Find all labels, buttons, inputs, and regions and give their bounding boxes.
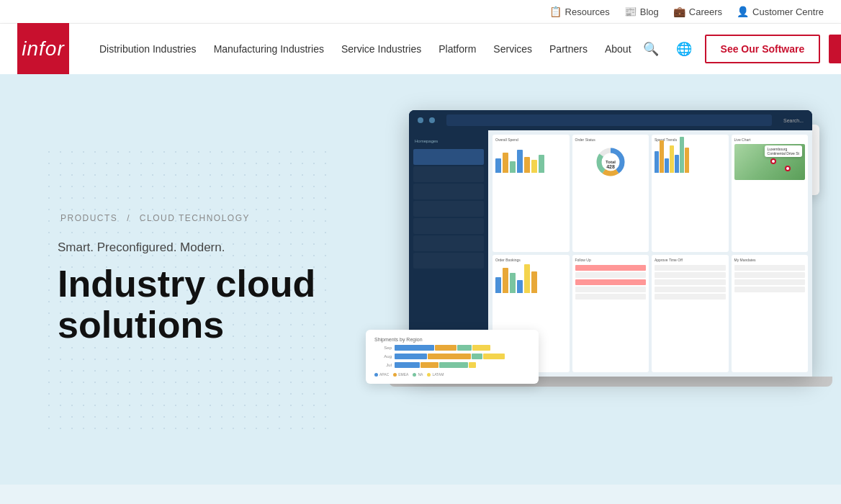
nav-about[interactable]: About — [598, 37, 639, 60]
hero-tagline: Smart. Preconfigured. Modern. — [58, 240, 315, 255]
hero-content: PRODUCTS / CLOUD TECHNOLOGY Smart. Preco… — [0, 170, 359, 389]
dash-sidebar-item-1 — [413, 149, 484, 165]
nav-platform[interactable]: Platform — [431, 37, 483, 60]
floating-bars-title: Shipments by Region — [374, 337, 530, 342]
ob-bar-1 — [495, 277, 501, 293]
map-dot-2 — [785, 166, 791, 171]
hero-section: PRODUCTS / CLOUD TECHNOLOGY Smart. Preco… — [0, 74, 841, 485]
trend-bar-7 — [685, 148, 689, 173]
search-icon: 🔍 — [643, 42, 659, 56]
approve-time-title: Approve Time Off — [655, 258, 726, 262]
trend-bar-3 — [665, 158, 669, 173]
follow-up-card: Follow Up — [572, 255, 649, 372]
bar-3 — [510, 161, 516, 173]
ob-bar-2 — [503, 268, 508, 293]
overall-spend-card: Overall Spend — [493, 135, 570, 252]
blog-link[interactable]: 📰 Blog — [624, 6, 659, 17]
ob-bar-4 — [517, 280, 523, 293]
dash-dot-2 — [429, 117, 435, 123]
legend-apac-dot — [374, 373, 378, 377]
order-status-donut: Total 428 — [575, 144, 647, 180]
legend-apac: APAC — [374, 372, 389, 377]
contact-button[interactable]: Contact Us — [829, 35, 841, 63]
nav-manufacturing[interactable]: Manufacturing Industries — [207, 37, 331, 60]
at-item-5 — [655, 294, 726, 300]
globe-button[interactable]: 🌐 — [672, 37, 696, 61]
dash-search-bar — [446, 114, 772, 126]
customer-centre-link[interactable]: 👤 Customer Centre — [737, 6, 824, 17]
bar-6 — [531, 160, 537, 173]
dash-sidebar-item-4 — [413, 201, 484, 217]
label-aug: Aug — [374, 354, 392, 359]
trend-bar-6 — [680, 137, 684, 173]
logo-text: infor — [22, 37, 64, 60]
nav-partners[interactable]: Partners — [542, 37, 595, 60]
resources-link[interactable]: 📋 Resources — [549, 6, 610, 17]
label-jul: Jul — [374, 363, 392, 367]
approve-time-card: Approve Time Off — [652, 255, 729, 372]
bar-5 — [524, 157, 530, 173]
hbar-sep-3 — [457, 345, 472, 351]
legend-na-label: NA — [418, 372, 423, 377]
hero-title-line1: Industry cloud — [58, 263, 315, 305]
order-bookings-chart — [495, 264, 567, 293]
trend-bar-5 — [675, 155, 679, 173]
hbar-jul-4 — [469, 362, 476, 368]
mm-item-1 — [734, 265, 806, 271]
legend-na-dot — [413, 373, 416, 377]
hero-title: Industry cloud solutions — [58, 264, 315, 346]
at-item-1 — [655, 265, 726, 271]
careers-label: Careers — [689, 6, 722, 17]
trend-bar-4 — [670, 145, 674, 173]
see-software-button[interactable]: See Our Software — [705, 35, 821, 63]
nav-distribution[interactable]: Distribution Industries — [92, 37, 204, 60]
customer-centre-icon: 👤 — [737, 6, 749, 17]
horiz-bar-row-sep: Sep — [374, 345, 530, 351]
legend-emea-dot — [393, 373, 397, 377]
legend-latam: LATAM — [427, 372, 444, 377]
at-item-3 — [655, 279, 726, 285]
breadcrumb-separator: / — [127, 213, 134, 223]
nav-actions: 🔍 🌐 See Our Software Contact Us — [639, 35, 841, 63]
hbar-jul-2 — [420, 362, 439, 368]
top-bar: 📋 Resources 📰 Blog 💼 Careers 👤 Customer … — [0, 0, 841, 24]
follow-up-item-3 — [575, 279, 647, 285]
nav-service[interactable]: Service Industries — [334, 37, 428, 60]
my-mandates-card: My Mandates — [732, 255, 809, 372]
dash-sidebar-item-2 — [413, 166, 484, 182]
floating-bars-card: Shipments by Region Sep Aug — [366, 330, 539, 384]
overall-spend-chart — [495, 144, 567, 173]
blog-label: Blog — [640, 6, 659, 17]
live-map: LuxembourgContinental Drive St — [734, 144, 806, 180]
bars-sep — [395, 345, 490, 351]
mm-item-4 — [734, 287, 806, 292]
logo-wrap[interactable]: infor — [17, 23, 69, 75]
hbar-sep-1 — [395, 345, 434, 351]
legend-emea-label: EMEA — [398, 372, 408, 377]
follow-up-item-1 — [575, 265, 647, 271]
resources-icon: 📋 — [549, 6, 562, 17]
map-dot-1 — [770, 158, 776, 164]
hbar-jul-1 — [395, 362, 420, 368]
bar-1 — [495, 158, 501, 173]
follow-up-title: Follow Up — [575, 258, 647, 262]
trend-bar-2 — [660, 140, 664, 173]
breadcrumb-products: PRODUCTS — [60, 213, 117, 223]
spend-trends-chart — [655, 144, 726, 173]
at-item-2 — [655, 272, 726, 278]
careers-icon: 💼 — [673, 6, 685, 17]
ob-bar-5 — [524, 264, 530, 293]
search-button[interactable]: 🔍 — [639, 37, 663, 61]
legend-latam-label: LATAM — [432, 372, 444, 377]
main-nav: infor Distribution Industries Manufactur… — [0, 24, 841, 74]
dash-sidebar-item-7 — [413, 253, 484, 269]
label-sep: Sep — [374, 346, 392, 350]
laptop-visual: Number of Price Overrides Audit Release … — [409, 110, 812, 398]
bar-7 — [539, 155, 544, 173]
dash-search-label: Search... — [783, 118, 804, 123]
hero-title-line2: solutions — [58, 304, 224, 346]
nav-services[interactable]: Services — [486, 37, 539, 60]
follow-up-item-5 — [575, 294, 647, 300]
ob-bar-6 — [531, 271, 537, 293]
careers-link[interactable]: 💼 Careers — [673, 6, 722, 17]
